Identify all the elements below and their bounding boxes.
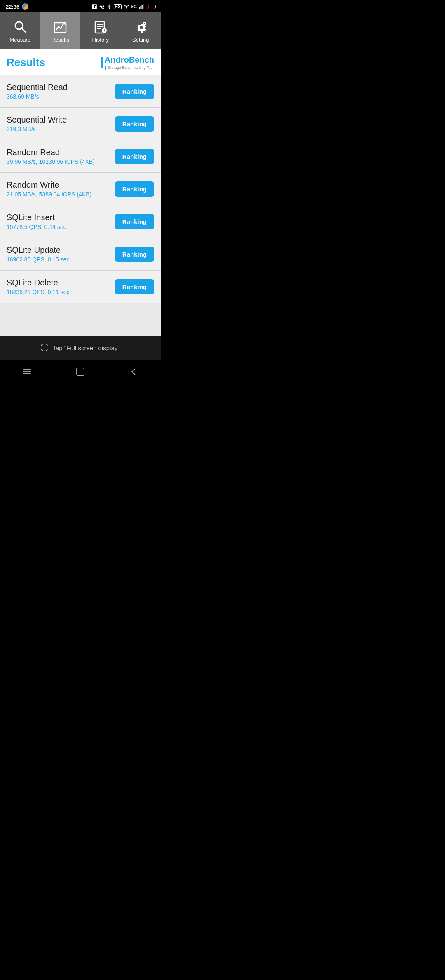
benchmark-list: Sequential Read 368.69 MB/s Ranking Sequ… xyxy=(0,75,161,336)
bench-info: Sequential Read 368.69 MB/s xyxy=(7,82,115,100)
tab-history[interactable]: History xyxy=(80,12,121,49)
bench-info: Random Read 39.96 MB/s, 10230.96 IOPS (4… xyxy=(7,148,115,165)
mute-icon xyxy=(99,4,105,9)
table-row: Random Write 21.05 MB/s, 5389.04 IOPS (4… xyxy=(0,173,161,205)
bench-value: 319.3 MB/s xyxy=(7,126,115,132)
bench-name: SQLite Insert xyxy=(7,213,115,222)
brand-logo: AndroBench Storage Benchmarking Tool xyxy=(101,55,154,70)
signal-icon: 5G xyxy=(131,5,137,9)
results-header: Results AndroBench Storage Benchmarking … xyxy=(0,49,161,75)
bench-value: 16962.85 QPS, 0.15 sec xyxy=(7,256,115,263)
list-bottom-spacer xyxy=(0,303,161,336)
table-row: SQLite Insert 15778.5 QPS, 0.14 sec Rank… xyxy=(0,205,161,238)
status-time: 22:36 xyxy=(6,4,19,10)
tab-setting-label: Setting xyxy=(132,37,149,43)
nfc-icon xyxy=(91,4,97,9)
bench-name: Random Read xyxy=(7,148,115,157)
ranking-button-6[interactable]: Ranking xyxy=(115,279,154,294)
svg-rect-3 xyxy=(143,4,143,9)
bluetooth-icon xyxy=(106,4,112,9)
bottom-nav xyxy=(0,360,161,386)
bench-info: Sequential Write 319.3 MB/s xyxy=(7,115,115,132)
ranking-button-4[interactable]: Ranking xyxy=(115,214,154,229)
nav-home-button[interactable] xyxy=(72,365,89,378)
tab-setting[interactable]: Setting xyxy=(121,12,161,49)
tab-bar: Measure Results History xyxy=(0,12,161,49)
table-row: SQLite Update 16962.85 QPS, 0.15 sec Ran… xyxy=(0,238,161,271)
ranking-button-2[interactable]: Ranking xyxy=(115,149,154,164)
table-row: SQLite Delete 18436.21 QPS, 0.11 sec Ran… xyxy=(0,271,161,303)
measure-icon xyxy=(13,19,28,34)
bench-info: SQLite Update 16962.85 QPS, 0.15 sec xyxy=(7,245,115,263)
status-bar: 22:36 HD 5G xyxy=(0,0,161,12)
ranking-button-3[interactable]: Ranking xyxy=(115,181,154,197)
svg-rect-13 xyxy=(23,369,31,370)
fullscreen-text: Tap "Full screen display" xyxy=(52,344,119,351)
nav-back-button[interactable] xyxy=(126,365,142,378)
app-icon xyxy=(22,3,28,10)
bench-name: SQLite Delete xyxy=(7,278,115,287)
ranking-button-0[interactable]: Ranking xyxy=(115,84,154,99)
svg-line-5 xyxy=(22,28,26,32)
table-row: Sequential Write 319.3 MB/s Ranking xyxy=(0,108,161,140)
brand-highlight: Andro xyxy=(105,55,129,64)
tab-results[interactable]: Results xyxy=(40,12,81,49)
battery-icon xyxy=(147,5,155,9)
brand-bench: Bench xyxy=(129,55,154,64)
bench-value: 368.69 MB/s xyxy=(7,93,115,100)
bench-value: 39.96 MB/s, 10230.96 IOPS (4KB) xyxy=(7,158,115,165)
brand-subtitle: Storage Benchmarking Tool xyxy=(105,66,154,70)
results-icon xyxy=(53,19,68,34)
bench-info: SQLite Delete 18436.21 QPS, 0.11 sec xyxy=(7,278,115,295)
bench-name: SQLite Update xyxy=(7,245,115,255)
svg-rect-15 xyxy=(23,373,31,374)
fullscreen-icon: ⛶ xyxy=(41,344,48,352)
svg-rect-2 xyxy=(141,5,142,9)
brand-name: AndroBench xyxy=(105,55,154,65)
table-row: Random Read 39.96 MB/s, 10230.96 IOPS (4… xyxy=(0,140,161,173)
bench-value: 18436.21 QPS, 0.11 sec xyxy=(7,289,115,295)
hd-icon: HD xyxy=(114,4,122,9)
bench-name: Random Write xyxy=(7,180,115,190)
results-title: Results xyxy=(7,56,45,69)
status-icons: HD 5G xyxy=(91,4,155,9)
svg-rect-0 xyxy=(139,7,140,9)
table-row: Sequential Read 368.69 MB/s Ranking xyxy=(0,75,161,108)
nav-menu-button[interactable] xyxy=(19,365,35,378)
bench-info: Random Write 21.05 MB/s, 5389.04 IOPS (4… xyxy=(7,180,115,198)
tab-measure-label: Measure xyxy=(9,37,30,43)
bench-value: 15778.5 QPS, 0.14 sec xyxy=(7,224,115,230)
wifi-icon xyxy=(123,4,130,9)
tab-measure[interactable]: Measure xyxy=(0,12,40,49)
signal-bars-icon xyxy=(138,4,145,9)
bench-name: Sequential Write xyxy=(7,115,115,125)
tab-history-label: History xyxy=(92,37,109,43)
bench-value: 21.05 MB/s, 5389.04 IOPS (4KB) xyxy=(7,191,115,198)
svg-rect-1 xyxy=(141,6,141,9)
tab-results-label: Results xyxy=(52,37,69,43)
setting-icon xyxy=(133,19,148,34)
bench-info: SQLite Insert 15778.5 QPS, 0.14 sec xyxy=(7,213,115,230)
history-icon xyxy=(93,19,108,34)
svg-rect-16 xyxy=(77,368,84,375)
fullscreen-bar[interactable]: ⛶ Tap "Full screen display" xyxy=(0,336,161,360)
ranking-button-1[interactable]: Ranking xyxy=(115,116,154,132)
ranking-button-5[interactable]: Ranking xyxy=(115,247,154,262)
bench-name: Sequential Read xyxy=(7,82,115,92)
svg-rect-14 xyxy=(23,371,31,372)
